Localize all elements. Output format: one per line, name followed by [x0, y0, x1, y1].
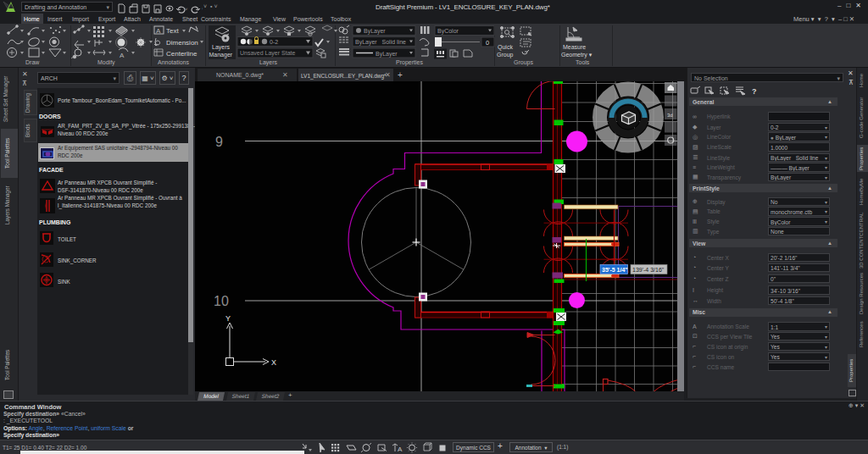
- svg-text:˅: ˅: [185, 7, 188, 12]
- svg-text:A: A: [156, 27, 161, 35]
- svg-text:35'-5 1/4": 35'-5 1/4": [602, 267, 628, 273]
- svg-text:Measure: Measure: [563, 44, 586, 50]
- svg-text:Dimension: Dimension: [166, 39, 198, 47]
- svg-text:Centerline: Centerline: [166, 50, 198, 58]
- svg-text:3d: 3d: [667, 113, 673, 118]
- svg-text:Group: Group: [497, 52, 514, 58]
- svg-text:Text: Text: [166, 27, 179, 35]
- svg-text:X: X: [271, 358, 276, 367]
- svg-text:Layers: Layers: [212, 44, 231, 51]
- svg-text:10: 10: [214, 294, 229, 308]
- svg-text:139'-4 3/16": 139'-4 3/16": [632, 267, 665, 273]
- svg-text:A: A: [120, 52, 125, 59]
- svg-text:Manager: Manager: [209, 52, 233, 58]
- svg-text:Geometry ▾: Geometry ▾: [561, 52, 593, 58]
- svg-text:0: 0: [486, 39, 489, 47]
- svg-text:A: A: [398, 446, 403, 453]
- svg-text:ByLayer Solid line: ByLayer Solid line: [355, 39, 406, 46]
- svg-text:0-2: 0-2: [270, 39, 278, 45]
- svg-text:Quick: Quick: [498, 44, 513, 51]
- svg-text:ByLayer: ByLayer: [364, 28, 386, 35]
- svg-text:˅: ˅: [202, 7, 203, 12]
- svg-text:ByColor: ByColor: [437, 28, 459, 35]
- svg-text:?: ?: [752, 87, 757, 96]
- svg-text:ByLayer: ByLayer: [376, 51, 398, 58]
- svg-text:9: 9: [215, 135, 223, 149]
- svg-text:Y: Y: [225, 314, 231, 323]
- svg-text:Unsaved Layer State: Unsaved Layer State: [240, 50, 295, 57]
